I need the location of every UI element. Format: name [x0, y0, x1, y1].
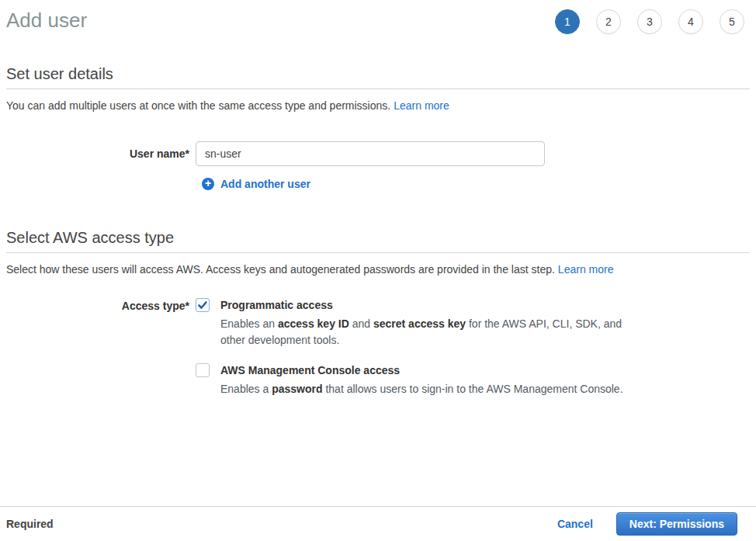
- programmatic-access-checkbox[interactable]: [196, 298, 210, 312]
- wizard-step-indicator: 1 2 3 4 5: [555, 9, 744, 34]
- console-access-checkbox[interactable]: [196, 363, 210, 377]
- page-header: Add user 1 2 3 4 5: [0, 0, 756, 34]
- wizard-footer: Required Cancel Next: Permissions: [0, 506, 756, 541]
- programmatic-access-title: Programmatic access: [220, 298, 633, 312]
- step-2-indicator: 2: [596, 9, 621, 34]
- next-permissions-button[interactable]: Next: Permissions: [616, 512, 737, 536]
- checkmark-icon: [197, 300, 208, 310]
- access-type-label: Access type*: [6, 298, 189, 313]
- access-type-row: Access type* Programmatic access Enables…: [6, 298, 750, 397]
- step-5-indicator: 5: [720, 9, 744, 34]
- add-another-user-label: Add another user: [220, 178, 310, 190]
- user-name-label: User name*: [6, 147, 189, 160]
- step-1-indicator: 1: [555, 9, 580, 34]
- console-access-description: Enables a password that allows users to …: [220, 381, 623, 397]
- set-user-details-heading: Set user details: [6, 65, 750, 83]
- select-access-type-heading: Select AWS access type: [6, 229, 750, 247]
- required-label: Required: [6, 518, 54, 530]
- page-title: Add user: [6, 8, 87, 33]
- section-divider: [6, 88, 750, 89]
- section-divider: [6, 252, 750, 253]
- user-name-input[interactable]: [196, 141, 545, 166]
- cancel-button[interactable]: Cancel: [557, 518, 593, 530]
- add-user-page: Add user 1 2 3 4 5 Set user details You …: [0, 0, 756, 541]
- console-access-option: AWS Management Console access Enables a …: [196, 363, 633, 397]
- select-access-type-section: Select AWS access type Select how these …: [6, 229, 750, 397]
- programmatic-access-description: Enables an access key ID and secret acce…: [220, 316, 633, 349]
- select-access-type-description: Select how these users will access AWS. …: [6, 262, 750, 277]
- learn-more-link-user-details[interactable]: Learn more: [394, 99, 449, 112]
- step-4-indicator: 4: [678, 9, 703, 34]
- set-user-details-description: You can add multiple users at once with …: [6, 98, 750, 113]
- console-access-title: AWS Management Console access: [220, 363, 623, 377]
- user-name-row: User name*: [6, 141, 750, 166]
- step-3-indicator: 3: [637, 9, 662, 34]
- add-another-user-button[interactable]: + Add another user: [202, 178, 750, 190]
- programmatic-access-option: Programmatic access Enables an access ke…: [196, 298, 633, 349]
- plus-circle-icon: +: [202, 178, 214, 190]
- set-user-details-section: Set user details You can add multiple us…: [6, 65, 750, 190]
- learn-more-link-access-type[interactable]: Learn more: [558, 263, 614, 276]
